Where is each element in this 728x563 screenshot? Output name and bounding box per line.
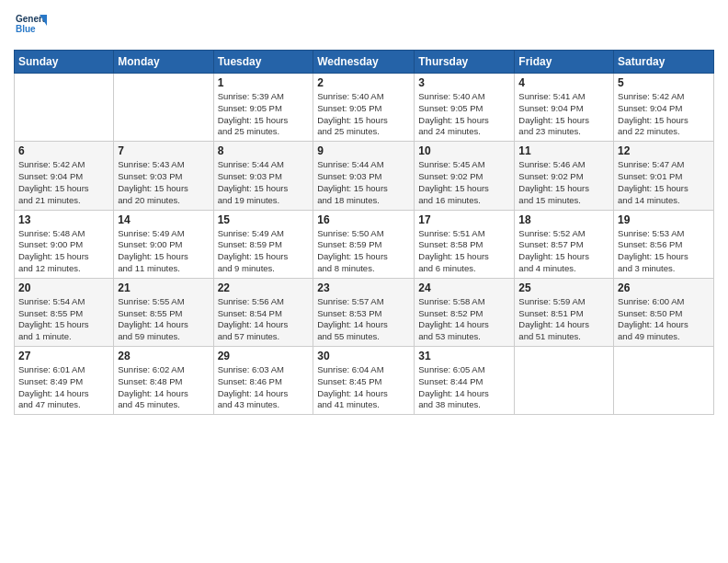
day-detail: Sunrise: 5:59 AMSunset: 8:51 PMDaylight:…	[518, 296, 609, 343]
day-detail: Sunrise: 5:58 AMSunset: 8:52 PMDaylight:…	[418, 296, 510, 343]
calendar-week-1: 1Sunrise: 5:39 AMSunset: 9:05 PMDaylight…	[15, 74, 714, 142]
day-number: 23	[317, 282, 410, 294]
calendar-cell	[15, 74, 114, 142]
day-detail: Sunrise: 5:43 AMSunset: 9:03 PMDaylight:…	[118, 159, 209, 206]
day-number: 16	[317, 213, 410, 226]
day-detail: Sunrise: 6:00 AMSunset: 8:50 PMDaylight:…	[618, 296, 710, 343]
day-number: 4	[518, 76, 609, 89]
day-number: 13	[18, 213, 109, 226]
day-detail: Sunrise: 6:03 AMSunset: 8:46 PMDaylight:…	[218, 364, 310, 411]
day-detail: Sunrise: 5:50 AMSunset: 8:59 PMDaylight:…	[317, 228, 410, 275]
day-detail: Sunrise: 5:40 AMSunset: 9:05 PMDaylight:…	[418, 91, 510, 138]
day-detail: Sunrise: 5:55 AMSunset: 8:55 PMDaylight:…	[118, 296, 209, 343]
calendar-week-2: 6Sunrise: 5:42 AMSunset: 9:04 PMDaylight…	[15, 142, 714, 210]
weekday-header-saturday: Saturday	[614, 51, 714, 74]
day-number: 7	[118, 144, 209, 157]
day-detail: Sunrise: 6:01 AMSunset: 8:49 PMDaylight:…	[18, 364, 109, 411]
weekday-header-row: SundayMondayTuesdayWednesdayThursdayFrid…	[15, 51, 714, 74]
calendar-week-3: 13Sunrise: 5:48 AMSunset: 9:00 PMDayligh…	[15, 210, 714, 278]
day-number: 21	[118, 282, 209, 294]
day-detail: Sunrise: 5:54 AMSunset: 8:55 PMDaylight:…	[18, 296, 109, 343]
calendar-body: 1Sunrise: 5:39 AMSunset: 9:05 PMDaylight…	[15, 74, 714, 415]
day-number: 9	[317, 144, 410, 157]
day-number: 27	[18, 350, 109, 362]
day-number: 31	[418, 350, 510, 362]
day-number: 3	[418, 76, 510, 89]
generalblue-logo-icon: General Blue	[14, 9, 47, 42]
day-number: 14	[118, 213, 209, 226]
calendar-cell: 3Sunrise: 5:40 AMSunset: 9:05 PMDaylight…	[415, 74, 515, 142]
day-detail: Sunrise: 5:53 AMSunset: 8:56 PMDaylight:…	[618, 228, 710, 275]
day-detail: Sunrise: 5:56 AMSunset: 8:54 PMDaylight:…	[218, 296, 310, 343]
day-number: 26	[618, 282, 710, 294]
day-detail: Sunrise: 5:49 AMSunset: 8:59 PMDaylight:…	[218, 228, 310, 275]
day-number: 22	[218, 282, 310, 294]
calendar-cell	[515, 347, 614, 415]
day-detail: Sunrise: 5:49 AMSunset: 9:00 PMDaylight:…	[118, 228, 209, 275]
day-detail: Sunrise: 5:39 AMSunset: 9:05 PMDaylight:…	[218, 91, 310, 138]
calendar-cell: 28Sunrise: 6:02 AMSunset: 8:48 PMDayligh…	[114, 347, 213, 415]
svg-text:Blue: Blue	[16, 24, 36, 34]
day-detail: Sunrise: 5:42 AMSunset: 9:04 PMDaylight:…	[618, 91, 710, 138]
day-detail: Sunrise: 6:04 AMSunset: 8:45 PMDaylight:…	[317, 364, 410, 411]
calendar-cell: 6Sunrise: 5:42 AMSunset: 9:04 PMDaylight…	[15, 142, 114, 210]
day-detail: Sunrise: 5:47 AMSunset: 9:01 PMDaylight:…	[618, 159, 710, 206]
calendar-cell: 17Sunrise: 5:51 AMSunset: 8:58 PMDayligh…	[415, 210, 515, 278]
calendar-cell: 4Sunrise: 5:41 AMSunset: 9:04 PMDaylight…	[515, 74, 614, 142]
day-detail: Sunrise: 5:57 AMSunset: 8:53 PMDaylight:…	[317, 296, 410, 343]
calendar-cell: 8Sunrise: 5:44 AMSunset: 9:03 PMDaylight…	[213, 142, 313, 210]
calendar-table: SundayMondayTuesdayWednesdayThursdayFrid…	[14, 50, 714, 415]
weekday-header-tuesday: Tuesday	[213, 51, 313, 74]
day-detail: Sunrise: 5:45 AMSunset: 9:02 PMDaylight:…	[418, 159, 510, 206]
day-detail: Sunrise: 5:44 AMSunset: 9:03 PMDaylight:…	[317, 159, 410, 206]
day-number: 20	[18, 282, 109, 294]
calendar-cell: 29Sunrise: 6:03 AMSunset: 8:46 PMDayligh…	[213, 347, 313, 415]
day-detail: Sunrise: 6:02 AMSunset: 8:48 PMDaylight:…	[118, 364, 209, 411]
calendar-cell: 10Sunrise: 5:45 AMSunset: 9:02 PMDayligh…	[415, 142, 515, 210]
day-number: 6	[18, 144, 109, 157]
day-detail: Sunrise: 5:44 AMSunset: 9:03 PMDaylight:…	[218, 159, 310, 206]
calendar-cell: 14Sunrise: 5:49 AMSunset: 9:00 PMDayligh…	[114, 210, 213, 278]
day-number: 2	[317, 76, 410, 89]
calendar-cell: 26Sunrise: 6:00 AMSunset: 8:50 PMDayligh…	[614, 278, 714, 346]
weekday-header-thursday: Thursday	[415, 51, 515, 74]
day-detail: Sunrise: 5:41 AMSunset: 9:04 PMDaylight:…	[518, 91, 609, 138]
day-number: 10	[418, 144, 510, 157]
calendar-cell: 19Sunrise: 5:53 AMSunset: 8:56 PMDayligh…	[614, 210, 714, 278]
header: General Blue	[14, 9, 714, 42]
day-number: 25	[518, 282, 609, 294]
calendar-cell: 30Sunrise: 6:04 AMSunset: 8:45 PMDayligh…	[313, 347, 415, 415]
day-number: 29	[218, 350, 310, 362]
calendar-cell: 22Sunrise: 5:56 AMSunset: 8:54 PMDayligh…	[213, 278, 313, 346]
calendar-cell: 2Sunrise: 5:40 AMSunset: 9:05 PMDaylight…	[313, 74, 415, 142]
day-number: 11	[518, 144, 609, 157]
calendar-cell: 15Sunrise: 5:49 AMSunset: 8:59 PMDayligh…	[213, 210, 313, 278]
calendar-cell	[614, 347, 714, 415]
weekday-header-monday: Monday	[114, 51, 213, 74]
day-detail: Sunrise: 6:05 AMSunset: 8:44 PMDaylight:…	[418, 364, 510, 411]
day-number: 8	[218, 144, 310, 157]
calendar-cell: 1Sunrise: 5:39 AMSunset: 9:05 PMDaylight…	[213, 74, 313, 142]
calendar-cell: 31Sunrise: 6:05 AMSunset: 8:44 PMDayligh…	[415, 347, 515, 415]
calendar-cell: 11Sunrise: 5:46 AMSunset: 9:02 PMDayligh…	[515, 142, 614, 210]
day-number: 30	[317, 350, 410, 362]
calendar-week-4: 20Sunrise: 5:54 AMSunset: 8:55 PMDayligh…	[15, 278, 714, 346]
calendar-page: General Blue SundayMondayTuesdayWednesda…	[0, 0, 728, 563]
day-detail: Sunrise: 5:46 AMSunset: 9:02 PMDaylight:…	[518, 159, 609, 206]
day-number: 19	[618, 213, 710, 226]
day-detail: Sunrise: 5:42 AMSunset: 9:04 PMDaylight:…	[18, 159, 109, 206]
calendar-cell: 18Sunrise: 5:52 AMSunset: 8:57 PMDayligh…	[515, 210, 614, 278]
calendar-cell: 5Sunrise: 5:42 AMSunset: 9:04 PMDaylight…	[614, 74, 714, 142]
day-number: 28	[118, 350, 209, 362]
weekday-header-friday: Friday	[515, 51, 614, 74]
day-detail: Sunrise: 5:48 AMSunset: 9:00 PMDaylight:…	[18, 228, 109, 275]
day-detail: Sunrise: 5:52 AMSunset: 8:57 PMDaylight:…	[518, 228, 609, 275]
day-number: 1	[218, 76, 310, 89]
calendar-cell: 7Sunrise: 5:43 AMSunset: 9:03 PMDaylight…	[114, 142, 213, 210]
calendar-cell: 27Sunrise: 6:01 AMSunset: 8:49 PMDayligh…	[15, 347, 114, 415]
calendar-cell: 9Sunrise: 5:44 AMSunset: 9:03 PMDaylight…	[313, 142, 415, 210]
calendar-cell: 12Sunrise: 5:47 AMSunset: 9:01 PMDayligh…	[614, 142, 714, 210]
calendar-cell: 25Sunrise: 5:59 AMSunset: 8:51 PMDayligh…	[515, 278, 614, 346]
calendar-cell: 21Sunrise: 5:55 AMSunset: 8:55 PMDayligh…	[114, 278, 213, 346]
weekday-header-wednesday: Wednesday	[313, 51, 415, 74]
